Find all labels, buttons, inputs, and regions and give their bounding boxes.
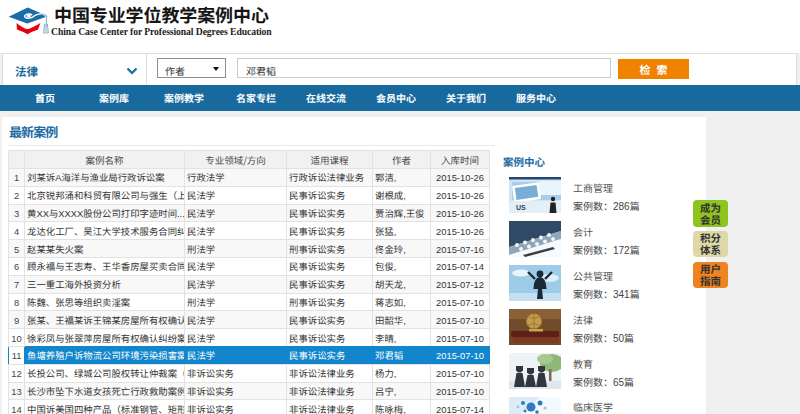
svg-text:US: US [516, 204, 526, 211]
